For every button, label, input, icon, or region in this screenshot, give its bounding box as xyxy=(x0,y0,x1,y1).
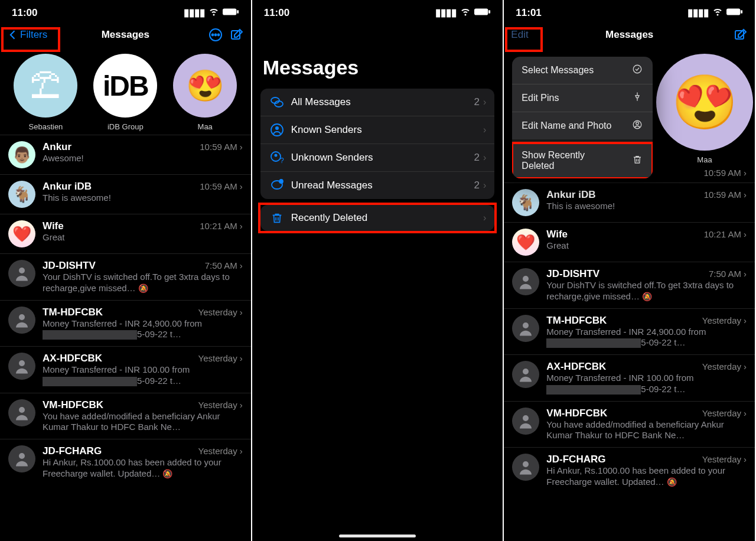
peek-time: 10:59 AM xyxy=(703,168,741,178)
person-question-icon: ? xyxy=(269,151,285,165)
svg-point-10 xyxy=(19,407,25,413)
chat-item[interactable]: JD-DISHTV7:50 AM › Your DishTV is switch… xyxy=(0,253,251,300)
filter-unknown-senders[interactable]: ? Unknown Senders 2 › xyxy=(260,144,495,171)
pin-idb-group[interactable]: iDB iDB Group xyxy=(90,54,161,131)
mute-icon: 🔕 xyxy=(138,283,148,293)
home-indicator[interactable] xyxy=(339,535,416,537)
ellipsis-circle-icon xyxy=(208,28,223,42)
svg-point-32 xyxy=(523,415,529,421)
chat-item[interactable]: 👨🏽 Ankur10:59 AM › Awesome! xyxy=(0,135,251,174)
mute-icon: 🔕 xyxy=(162,469,172,478)
chevron-right-icon: › xyxy=(483,213,486,223)
svg-point-29 xyxy=(523,276,529,282)
battery-icon xyxy=(726,7,743,19)
pin-maa[interactable]: 😍 Maa xyxy=(170,54,240,131)
chat-item[interactable]: ❤️ Wife10:21 AM › Great xyxy=(0,214,251,253)
back-button[interactable]: Filters xyxy=(7,29,47,41)
chevron-right-icon: › xyxy=(240,142,243,152)
person-circle-icon xyxy=(631,119,643,132)
chat-list[interactable]: 👨🏽 Ankur10:59 AM › Awesome! 🐐 Ankur iDB1… xyxy=(0,135,251,485)
mute-icon: 🔕 xyxy=(642,292,652,301)
avatar: ⛱ xyxy=(14,54,77,118)
svg-rect-1 xyxy=(237,10,239,14)
chevron-right-icon: › xyxy=(240,260,243,270)
chat-item[interactable]: ❤️ Wife10:21 AM › Great xyxy=(504,222,755,262)
chevron-right-icon: › xyxy=(744,190,747,200)
filter-known-senders[interactable]: Known Senders › xyxy=(260,116,495,144)
compose-button[interactable] xyxy=(230,28,244,42)
page-title: Messages xyxy=(558,29,700,41)
avatar xyxy=(512,268,539,295)
filter-all-messages[interactable]: All Messages 2 › xyxy=(260,89,495,116)
more-button[interactable] xyxy=(208,28,223,42)
chevron-right-icon: › xyxy=(240,221,243,231)
avatar xyxy=(512,408,539,435)
chevron-right-icon: › xyxy=(240,353,243,363)
svg-point-26 xyxy=(634,65,642,73)
chat-item[interactable]: AX-HDFCBKYesterday › Money Transferred -… xyxy=(504,354,755,401)
avatar xyxy=(8,260,35,287)
menu-select-messages[interactable]: Select Messages xyxy=(512,57,653,84)
wifi-icon xyxy=(712,6,723,19)
svg-point-5 xyxy=(217,34,219,36)
chat-item[interactable]: AX-HDFCBKYesterday › Money Transferred -… xyxy=(0,346,251,393)
svg-text:?: ? xyxy=(280,157,284,165)
trash-icon xyxy=(269,211,285,224)
svg-point-30 xyxy=(523,322,529,328)
svg-point-33 xyxy=(523,461,529,467)
filter-unread-messages[interactable]: Unread Messages 2 › xyxy=(260,171,495,199)
chat-item[interactable]: VM-HDFCBKYesterday › You have added/modi… xyxy=(0,393,251,439)
status-icons: ▮▮▮▮ xyxy=(435,6,491,19)
chat-item[interactable]: TM-HDFCBKYesterday › Money Transferred -… xyxy=(504,308,755,355)
chevron-right-icon: › xyxy=(744,168,747,178)
chat-item[interactable]: 🐐 Ankur iDB10:59 AM › This is awesome! xyxy=(0,174,251,214)
chat-item[interactable]: VM-HDFCBKYesterday › You have added/modi… xyxy=(504,401,755,448)
avatar xyxy=(8,445,35,472)
pin-sebastien[interactable]: ⛱ Sebastien xyxy=(10,54,81,131)
chevron-right-icon: › xyxy=(744,229,747,239)
svg-point-28 xyxy=(636,122,639,125)
chat-item[interactable]: JD-DISHTV7:50 AM › Your DishTV is switch… xyxy=(504,262,755,308)
avatar: ❤️ xyxy=(8,220,35,247)
redacted xyxy=(43,377,137,386)
compose-button[interactable] xyxy=(734,28,748,42)
recently-deleted-group: Recently Deleted › xyxy=(260,205,495,231)
menu-show-recently-deleted[interactable]: Show Recently Deleted xyxy=(512,139,653,178)
svg-point-3 xyxy=(211,34,213,36)
avatar: iDB xyxy=(93,54,157,118)
chevron-left-icon xyxy=(7,29,19,41)
svg-point-8 xyxy=(19,314,25,320)
avatar xyxy=(512,454,539,481)
chevron-right-icon: › xyxy=(483,180,486,191)
status-bar: 11:00 ▮▮▮▮ xyxy=(252,0,503,22)
redacted xyxy=(43,330,137,340)
checkmark-circle-icon xyxy=(631,64,643,77)
chevron-right-icon: › xyxy=(483,152,486,163)
chat-list[interactable]: 🐐 Ankur iDB10:59 AM › This is awesome! ❤… xyxy=(504,182,755,494)
phone-right: 11:01 ▮▮▮▮ Edit Messages Select Messages… xyxy=(504,0,756,541)
wifi-icon xyxy=(208,6,219,19)
svg-point-19 xyxy=(274,154,277,157)
chat-item[interactable]: 🐐 Ankur iDB10:59 AM › This is awesome! xyxy=(504,182,755,222)
back-label: Filters xyxy=(20,29,47,41)
avatar: 🐐 xyxy=(8,181,35,208)
edit-label: Edit xyxy=(511,29,528,41)
filter-recently-deleted[interactable]: Recently Deleted › xyxy=(260,205,495,231)
signal-icon: ▮▮▮▮ xyxy=(184,6,205,19)
status-bar: 11:01 ▮▮▮▮ xyxy=(504,0,755,22)
chat-item[interactable]: JD-FCHARGYesterday › Hi Ankur, Rs.1000.0… xyxy=(0,439,251,485)
compose-icon xyxy=(230,28,244,42)
chat-item[interactable]: TM-HDFCBKYesterday › Money Transferred -… xyxy=(0,300,251,347)
chevron-right-icon: › xyxy=(744,315,747,325)
menu-edit-pins[interactable]: Edit Pins xyxy=(512,84,653,112)
svg-rect-24 xyxy=(741,10,742,14)
menu-edit-name-photo[interactable]: Edit Name and Photo xyxy=(512,112,653,139)
chat-item[interactable]: JD-FCHARGYesterday › Hi Ankur, Rs.1000.0… xyxy=(504,447,755,494)
avatar xyxy=(8,353,35,380)
edit-button[interactable]: Edit xyxy=(511,29,528,41)
battery-icon xyxy=(474,7,491,19)
chevron-right-icon: › xyxy=(483,125,486,135)
svg-rect-0 xyxy=(223,8,236,15)
pin-maa[interactable]: 😍 Maa xyxy=(666,54,743,164)
person-circle-icon xyxy=(269,123,285,137)
